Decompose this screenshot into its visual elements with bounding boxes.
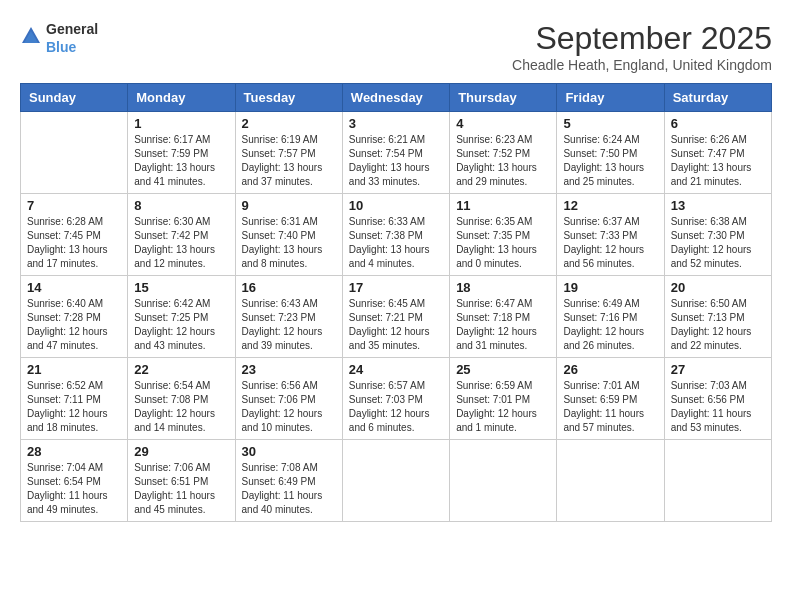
logo-text: General Blue [46, 20, 98, 56]
day-info: Sunrise: 6:45 AM Sunset: 7:21 PM Dayligh… [349, 297, 443, 353]
calendar-cell: 14Sunrise: 6:40 AM Sunset: 7:28 PM Dayli… [21, 276, 128, 358]
day-number: 11 [456, 198, 550, 213]
calendar-cell [557, 440, 664, 522]
day-number: 29 [134, 444, 228, 459]
day-number: 26 [563, 362, 657, 377]
calendar-cell: 26Sunrise: 7:01 AM Sunset: 6:59 PM Dayli… [557, 358, 664, 440]
day-info: Sunrise: 6:21 AM Sunset: 7:54 PM Dayligh… [349, 133, 443, 189]
title-section: September 2025 Cheadle Heath, England, U… [512, 20, 772, 73]
day-number: 30 [242, 444, 336, 459]
col-header-thursday: Thursday [450, 84, 557, 112]
day-number: 27 [671, 362, 765, 377]
calendar-title: September 2025 [512, 20, 772, 57]
day-number: 17 [349, 280, 443, 295]
calendar-cell: 28Sunrise: 7:04 AM Sunset: 6:54 PM Dayli… [21, 440, 128, 522]
calendar-cell [664, 440, 771, 522]
week-row-5: 28Sunrise: 7:04 AM Sunset: 6:54 PM Dayli… [21, 440, 772, 522]
calendar-cell: 19Sunrise: 6:49 AM Sunset: 7:16 PM Dayli… [557, 276, 664, 358]
day-info: Sunrise: 6:57 AM Sunset: 7:03 PM Dayligh… [349, 379, 443, 435]
calendar-cell: 13Sunrise: 6:38 AM Sunset: 7:30 PM Dayli… [664, 194, 771, 276]
week-row-4: 21Sunrise: 6:52 AM Sunset: 7:11 PM Dayli… [21, 358, 772, 440]
day-info: Sunrise: 6:23 AM Sunset: 7:52 PM Dayligh… [456, 133, 550, 189]
calendar-cell: 5Sunrise: 6:24 AM Sunset: 7:50 PM Daylig… [557, 112, 664, 194]
calendar-cell [21, 112, 128, 194]
day-info: Sunrise: 6:35 AM Sunset: 7:35 PM Dayligh… [456, 215, 550, 271]
day-number: 13 [671, 198, 765, 213]
day-number: 12 [563, 198, 657, 213]
day-info: Sunrise: 6:37 AM Sunset: 7:33 PM Dayligh… [563, 215, 657, 271]
week-row-3: 14Sunrise: 6:40 AM Sunset: 7:28 PM Dayli… [21, 276, 772, 358]
calendar-cell: 20Sunrise: 6:50 AM Sunset: 7:13 PM Dayli… [664, 276, 771, 358]
calendar-cell: 25Sunrise: 6:59 AM Sunset: 7:01 PM Dayli… [450, 358, 557, 440]
day-info: Sunrise: 6:38 AM Sunset: 7:30 PM Dayligh… [671, 215, 765, 271]
day-number: 4 [456, 116, 550, 131]
day-info: Sunrise: 6:26 AM Sunset: 7:47 PM Dayligh… [671, 133, 765, 189]
col-header-tuesday: Tuesday [235, 84, 342, 112]
calendar-cell: 15Sunrise: 6:42 AM Sunset: 7:25 PM Dayli… [128, 276, 235, 358]
logo-icon [20, 25, 42, 51]
day-number: 25 [456, 362, 550, 377]
day-info: Sunrise: 7:03 AM Sunset: 6:56 PM Dayligh… [671, 379, 765, 435]
header: General Blue September 2025 Cheadle Heat… [20, 20, 772, 73]
calendar-cell [342, 440, 449, 522]
week-row-2: 7Sunrise: 6:28 AM Sunset: 7:45 PM Daylig… [21, 194, 772, 276]
day-number: 10 [349, 198, 443, 213]
day-number: 16 [242, 280, 336, 295]
day-number: 15 [134, 280, 228, 295]
col-header-wednesday: Wednesday [342, 84, 449, 112]
day-number: 6 [671, 116, 765, 131]
calendar-cell: 8Sunrise: 6:30 AM Sunset: 7:42 PM Daylig… [128, 194, 235, 276]
calendar-cell: 21Sunrise: 6:52 AM Sunset: 7:11 PM Dayli… [21, 358, 128, 440]
col-header-friday: Friday [557, 84, 664, 112]
calendar-cell: 7Sunrise: 6:28 AM Sunset: 7:45 PM Daylig… [21, 194, 128, 276]
col-header-monday: Monday [128, 84, 235, 112]
calendar-cell: 27Sunrise: 7:03 AM Sunset: 6:56 PM Dayli… [664, 358, 771, 440]
day-number: 8 [134, 198, 228, 213]
day-info: Sunrise: 6:33 AM Sunset: 7:38 PM Dayligh… [349, 215, 443, 271]
calendar-subtitle: Cheadle Heath, England, United Kingdom [512, 57, 772, 73]
calendar-cell: 29Sunrise: 7:06 AM Sunset: 6:51 PM Dayli… [128, 440, 235, 522]
day-info: Sunrise: 6:54 AM Sunset: 7:08 PM Dayligh… [134, 379, 228, 435]
calendar-cell: 6Sunrise: 6:26 AM Sunset: 7:47 PM Daylig… [664, 112, 771, 194]
day-info: Sunrise: 7:06 AM Sunset: 6:51 PM Dayligh… [134, 461, 228, 517]
day-number: 14 [27, 280, 121, 295]
calendar-cell: 2Sunrise: 6:19 AM Sunset: 7:57 PM Daylig… [235, 112, 342, 194]
calendar-cell: 17Sunrise: 6:45 AM Sunset: 7:21 PM Dayli… [342, 276, 449, 358]
calendar-cell: 16Sunrise: 6:43 AM Sunset: 7:23 PM Dayli… [235, 276, 342, 358]
calendar-cell: 30Sunrise: 7:08 AM Sunset: 6:49 PM Dayli… [235, 440, 342, 522]
calendar-cell: 1Sunrise: 6:17 AM Sunset: 7:59 PM Daylig… [128, 112, 235, 194]
day-number: 7 [27, 198, 121, 213]
calendar-cell: 24Sunrise: 6:57 AM Sunset: 7:03 PM Dayli… [342, 358, 449, 440]
day-number: 22 [134, 362, 228, 377]
day-number: 5 [563, 116, 657, 131]
day-number: 23 [242, 362, 336, 377]
day-number: 24 [349, 362, 443, 377]
calendar-cell: 18Sunrise: 6:47 AM Sunset: 7:18 PM Dayli… [450, 276, 557, 358]
day-info: Sunrise: 6:42 AM Sunset: 7:25 PM Dayligh… [134, 297, 228, 353]
calendar-cell [450, 440, 557, 522]
header-row: SundayMondayTuesdayWednesdayThursdayFrid… [21, 84, 772, 112]
calendar-cell: 11Sunrise: 6:35 AM Sunset: 7:35 PM Dayli… [450, 194, 557, 276]
day-info: Sunrise: 6:56 AM Sunset: 7:06 PM Dayligh… [242, 379, 336, 435]
day-info: Sunrise: 6:43 AM Sunset: 7:23 PM Dayligh… [242, 297, 336, 353]
day-info: Sunrise: 6:24 AM Sunset: 7:50 PM Dayligh… [563, 133, 657, 189]
day-number: 9 [242, 198, 336, 213]
calendar-cell: 3Sunrise: 6:21 AM Sunset: 7:54 PM Daylig… [342, 112, 449, 194]
calendar-cell: 10Sunrise: 6:33 AM Sunset: 7:38 PM Dayli… [342, 194, 449, 276]
calendar-cell: 9Sunrise: 6:31 AM Sunset: 7:40 PM Daylig… [235, 194, 342, 276]
day-info: Sunrise: 6:31 AM Sunset: 7:40 PM Dayligh… [242, 215, 336, 271]
day-info: Sunrise: 6:17 AM Sunset: 7:59 PM Dayligh… [134, 133, 228, 189]
day-number: 20 [671, 280, 765, 295]
day-info: Sunrise: 6:19 AM Sunset: 7:57 PM Dayligh… [242, 133, 336, 189]
day-info: Sunrise: 6:50 AM Sunset: 7:13 PM Dayligh… [671, 297, 765, 353]
week-row-1: 1Sunrise: 6:17 AM Sunset: 7:59 PM Daylig… [21, 112, 772, 194]
calendar-cell: 22Sunrise: 6:54 AM Sunset: 7:08 PM Dayli… [128, 358, 235, 440]
calendar-table: SundayMondayTuesdayWednesdayThursdayFrid… [20, 83, 772, 522]
calendar-cell: 23Sunrise: 6:56 AM Sunset: 7:06 PM Dayli… [235, 358, 342, 440]
col-header-sunday: Sunday [21, 84, 128, 112]
day-info: Sunrise: 7:08 AM Sunset: 6:49 PM Dayligh… [242, 461, 336, 517]
logo: General Blue [20, 20, 98, 56]
day-info: Sunrise: 6:52 AM Sunset: 7:11 PM Dayligh… [27, 379, 121, 435]
day-info: Sunrise: 7:04 AM Sunset: 6:54 PM Dayligh… [27, 461, 121, 517]
day-info: Sunrise: 7:01 AM Sunset: 6:59 PM Dayligh… [563, 379, 657, 435]
